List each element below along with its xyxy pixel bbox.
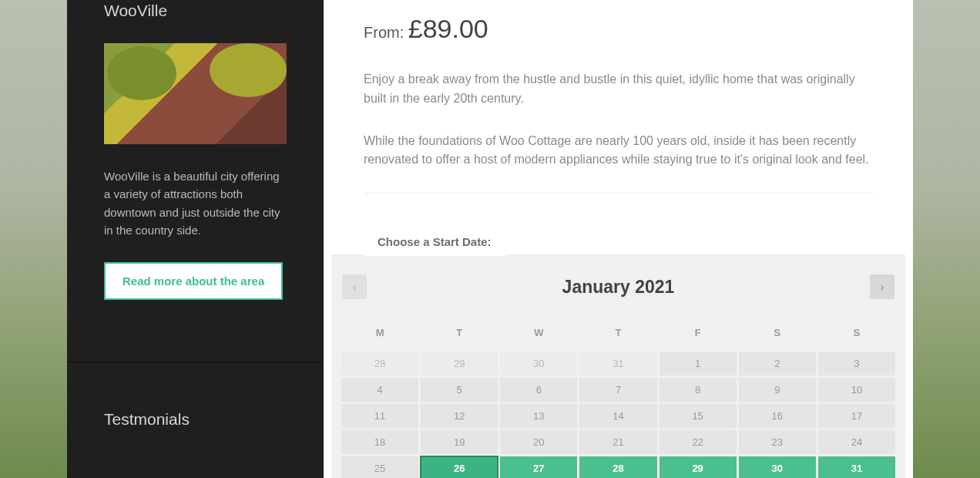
description-para-2: While the foundations of Woo Cottage are… <box>364 132 873 170</box>
calendar-day: 2 <box>738 351 817 376</box>
calendar-day: 25 <box>341 456 419 478</box>
horizontal-rule <box>364 193 873 194</box>
calendar-day: 16 <box>738 403 817 429</box>
calendar-day: 14 <box>579 403 657 429</box>
calendar-day: 9 <box>738 377 817 402</box>
calendar-dow: F <box>659 316 737 350</box>
read-more-button[interactable]: Read more about the area <box>104 262 283 300</box>
sidebar-image <box>104 43 287 144</box>
from-label: From: <box>364 24 408 41</box>
calendar-day[interactable]: 31 <box>817 456 896 478</box>
price-value: £89.00 <box>408 14 488 43</box>
calendar-dow: S <box>738 316 817 350</box>
calendar-dow: T <box>420 316 498 350</box>
testimonials-heading: Testmonials <box>104 410 287 429</box>
calendar-day[interactable]: 28 <box>579 456 657 478</box>
calendar-day: 1 <box>659 351 737 376</box>
calendar-day[interactable]: 26 <box>420 456 498 478</box>
calendar-prev-button: ‹ <box>342 274 367 299</box>
calendar-day: 6 <box>499 377 578 402</box>
description-para-1: Enjoy a break away from the hustle and b… <box>364 70 873 109</box>
calendar-day: 4 <box>341 377 419 402</box>
calendar-day: 15 <box>659 403 737 429</box>
calendar-grid: MTWTFSS282930311234567891011121314151617… <box>341 316 896 478</box>
calendar-day: 22 <box>659 429 737 455</box>
calendar-day: 3 <box>817 351 896 376</box>
price-line: From: £89.00 <box>364 14 873 44</box>
calendar-day: 10 <box>817 377 896 402</box>
calendar-day: 5 <box>420 377 498 402</box>
calendar-day: 29 <box>420 351 498 376</box>
calendar-day: 31 <box>579 351 657 376</box>
calendar-day: 13 <box>499 403 578 429</box>
calendar-day: 20 <box>499 429 578 455</box>
main-content: From: £89.00 Enjoy a break away from the… <box>324 0 913 478</box>
chevron-right-icon: › <box>881 281 884 293</box>
chevron-left-icon: ‹ <box>353 281 357 293</box>
calendar-day: 18 <box>341 429 419 455</box>
calendar-dow: M <box>341 316 419 350</box>
calendar-day: 24 <box>817 429 896 455</box>
sidebar-divider <box>67 362 324 362</box>
calendar-day: 19 <box>420 429 498 455</box>
calendar-day[interactable]: 30 <box>738 456 817 478</box>
sidebar-blurb: WooVille is a beautiful city offering a … <box>104 167 287 239</box>
calendar-day: 7 <box>579 377 657 402</box>
calendar-day: 21 <box>579 429 657 455</box>
sidebar-title: WooVille <box>104 2 287 20</box>
calendar-next-button[interactable]: › <box>870 274 894 299</box>
calendar-day: 12 <box>420 403 498 429</box>
calendar-month-label: January 2021 <box>562 277 675 298</box>
calendar-day: 23 <box>738 429 817 455</box>
calendar-day: 30 <box>499 351 578 376</box>
tab-choose-date[interactable]: Choose a Start Date: <box>364 226 505 256</box>
calendar-day: 8 <box>659 377 737 402</box>
calendar-dow: W <box>499 316 578 350</box>
calendar-panel: ‹ January 2021 › MTWTFSS2829303112345678… <box>331 254 905 478</box>
calendar-day: 28 <box>341 351 419 376</box>
calendar-day[interactable]: 29 <box>659 456 737 478</box>
sidebar: WooVille WooVille is a beautiful city of… <box>67 0 324 478</box>
calendar-dow: S <box>817 316 896 350</box>
calendar-day: 17 <box>817 403 896 429</box>
calendar-day: 11 <box>341 403 419 429</box>
calendar-header: ‹ January 2021 › <box>341 274 896 299</box>
calendar-dow: T <box>579 316 657 350</box>
calendar-day[interactable]: 27 <box>499 456 578 478</box>
